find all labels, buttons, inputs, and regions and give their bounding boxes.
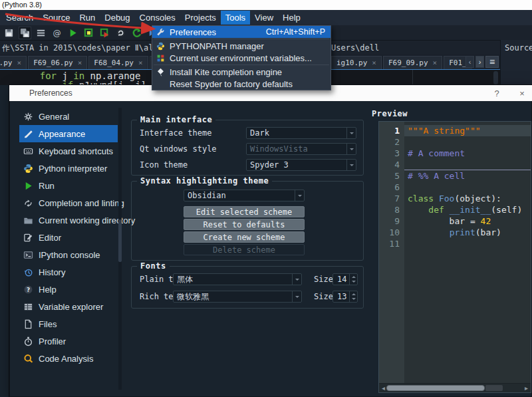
close-icon[interactable]: × <box>17 59 22 66</box>
menubar-item-consoles[interactable]: Consoles <box>135 11 180 25</box>
sidebar-item-help[interactable]: ?Help <box>19 281 118 298</box>
python-icon <box>156 41 166 51</box>
window-title: (Python 3.8) <box>2 1 42 9</box>
close-icon[interactable]: × <box>138 59 143 66</box>
tools-menu-item-current-user-environment-variables[interactable]: Current user environment variables... <box>152 52 331 64</box>
menubar-item-search[interactable]: Search <box>1 11 38 25</box>
spinner-buttons[interactable] <box>349 274 357 285</box>
run-button[interactable] <box>66 27 79 39</box>
menubar-item-tools[interactable]: Tools <box>221 11 250 25</box>
qt-windows-style-select[interactable]: WindowsVista <box>246 143 356 155</box>
sidebar-item-code-analysis[interactable]: Code Analysis <box>19 350 118 367</box>
sidebar-item-history[interactable]: History <box>19 263 118 281</box>
menubar-item-debug[interactable]: Debug <box>100 11 134 25</box>
tab-scroll-right-button[interactable]: › <box>475 56 484 68</box>
continue-button[interactable] <box>130 27 143 39</box>
run-icon <box>68 28 78 38</box>
menubar-item-view[interactable]: View <box>250 11 278 25</box>
edge-guide <box>412 70 413 85</box>
editor-tab-f69-09-py[interactable]: F69_09.py× <box>383 56 442 69</box>
menubar-item-source[interactable]: Source <box>38 11 74 25</box>
dialog-close-button[interactable]: × <box>517 88 527 98</box>
editor-tab-f68-04-py[interactable]: F68_04.py× <box>88 56 148 69</box>
tab-label: 0.py <box>0 59 13 67</box>
run-cell-button[interactable] <box>82 27 95 39</box>
rerun-button[interactable] <box>114 27 127 39</box>
at-symbol-button[interactable]: @ <box>51 27 63 39</box>
edit-selected-scheme-button[interactable]: Edit selected scheme <box>184 206 305 217</box>
tab-menu-button[interactable]: ≡ <box>485 56 499 68</box>
scroll-left-icon[interactable]: ◂ <box>380 384 386 392</box>
plain-text-size-spinner[interactable]: 14 <box>332 273 358 285</box>
sidebar-item-ipython-console[interactable]: IPython console <box>19 246 118 263</box>
python-icon <box>23 163 34 174</box>
tools-menu-item-preferences[interactable]: PreferencesCtrl+Alt+Shift+P <box>152 26 331 38</box>
spinner-buttons[interactable] <box>349 291 357 302</box>
plain-text-font-select[interactable]: 黑体 <box>173 273 302 285</box>
save-all-button[interactable] <box>19 27 31 39</box>
tools-menu-item-pythonpath-manager[interactable]: PYTHONPATH manager <box>152 40 331 52</box>
editor-tab-0-py[interactable]: 0.py× <box>0 56 27 69</box>
scroll-thumb[interactable] <box>386 385 485 391</box>
select-value: 黑体 <box>174 274 292 285</box>
sidebar-item-label: Help <box>39 285 57 295</box>
spin-down-icon[interactable] <box>350 297 357 302</box>
chevron-down-icon[interactable] <box>295 190 304 201</box>
spin-up-icon[interactable] <box>350 274 357 279</box>
icon-theme-select[interactable]: Spyder 3 <box>246 159 356 171</box>
line-number: 8 <box>394 204 400 215</box>
chevron-down-icon[interactable] <box>292 291 301 302</box>
menubar-item-help[interactable]: Help <box>278 11 305 25</box>
sidebar-scrollbar[interactable] <box>118 108 122 390</box>
rich-text-size-spinner[interactable]: 13 <box>332 291 358 303</box>
sidebar-item-completion-and-linting[interactable]: Completion and linting <box>19 194 118 211</box>
sidebar-item-general[interactable]: General <box>19 108 118 125</box>
save-icon <box>4 28 14 38</box>
editor-tab-f69-06-py[interactable]: F69_06.py× <box>28 56 87 69</box>
spin-down-icon[interactable] <box>350 279 357 285</box>
tab-scroll-left-button[interactable]: ‹ <box>466 56 474 68</box>
group-fonts: Fonts Plain text黑体Size14Rich text微软雅黑Siz… <box>131 266 364 309</box>
close-icon[interactable]: × <box>433 59 438 66</box>
tab-nav: ‹ › ≡ <box>466 56 499 68</box>
save-button[interactable] <box>3 27 15 39</box>
run-cell-advance-button[interactable] <box>98 27 111 39</box>
chevron-down-icon[interactable] <box>346 144 356 154</box>
sidebar-item-profiler[interactable]: Profiler <box>19 332 118 350</box>
rich-text-font-select[interactable]: 微软雅黑 <box>173 291 302 303</box>
chevron-down-icon[interactable] <box>346 160 356 170</box>
menubar-item-projects[interactable]: Projects <box>180 11 221 25</box>
gear-icon <box>23 111 34 122</box>
preview-hscrollbar[interactable]: ◂ ▸ <box>379 383 531 392</box>
sidebar-item-current-working-directory[interactable]: Current working directory <box>19 211 118 229</box>
sidebar-item-editor[interactable]: Editor <box>19 229 118 246</box>
preview-label: Preview <box>372 109 408 118</box>
editor-scrollbar[interactable] <box>493 71 498 84</box>
close-icon[interactable]: × <box>78 59 82 66</box>
sidebar-item-keyboard-shortcuts[interactable]: Keyboard shortcuts <box>19 142 118 160</box>
sidebar-item-files[interactable]: Files <box>19 315 118 332</box>
scheme-select[interactable]: Obsidian <box>184 190 305 201</box>
outline-button[interactable] <box>35 27 47 39</box>
chevron-down-icon[interactable] <box>346 128 356 138</box>
reset-to-defaults-button[interactable]: Reset to defaults <box>184 219 305 230</box>
menubar-item-run[interactable]: Run <box>74 11 100 25</box>
group-syntax-theme: Syntax highlighting theme Obsidian Edit … <box>131 181 364 261</box>
sidebar-item-variable-explorer[interactable]: Variable explorer <box>19 298 118 315</box>
sidebar-item-appearance[interactable]: Appearance <box>19 125 118 142</box>
scroll-right-icon[interactable]: ▸ <box>523 384 529 392</box>
sidebar-item-python-interpreter[interactable]: Python interpreter <box>19 160 118 177</box>
interface-theme-select[interactable]: Dark <box>246 127 356 139</box>
tools-menu-item-reset-spyder-to-factory-defaults[interactable]: Reset Spyder to factory defaults <box>152 78 331 90</box>
create-new-scheme-button[interactable]: Create new scheme <box>184 231 305 243</box>
dialog-help-button[interactable]: ? <box>492 88 501 98</box>
chevron-down-icon[interactable] <box>292 274 301 285</box>
keyboard-icon <box>23 146 33 156</box>
sidebar-item-run[interactable]: Run <box>19 177 118 194</box>
close-icon[interactable]: × <box>372 59 376 66</box>
editor-tab-ig10-py[interactable]: ig10.py× <box>331 56 382 69</box>
spin-up-icon[interactable] <box>350 291 357 297</box>
sidebar-item-label: Keyboard shortcuts <box>39 146 113 156</box>
working-directory-path-right[interactable]: Users\dell <box>331 41 379 55</box>
tools-menu-item-install-kite-completion-engine[interactable]: Install Kite completion engine <box>152 66 331 78</box>
